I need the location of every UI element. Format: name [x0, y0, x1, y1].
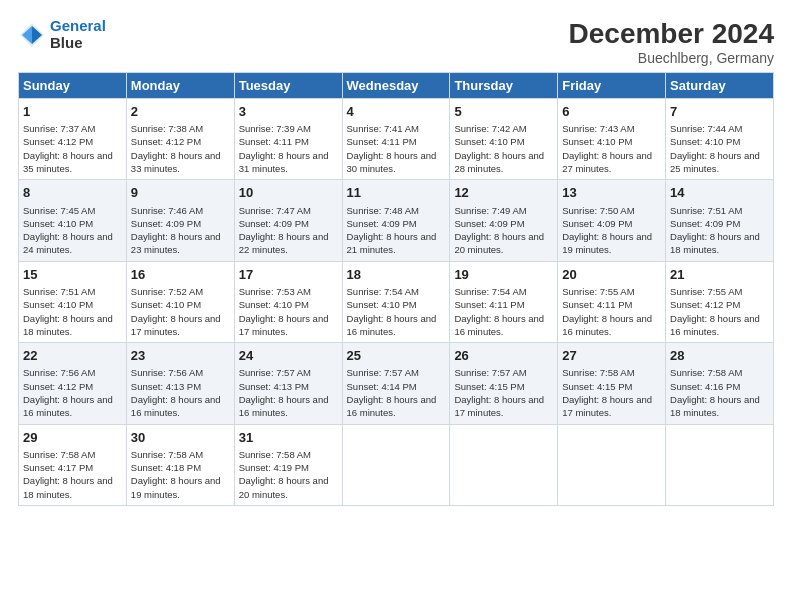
sunset-text: Sunset: 4:10 PM [23, 299, 93, 310]
day-number: 26 [454, 347, 553, 365]
sunrise-text: Sunrise: 7:56 AM [131, 367, 203, 378]
calendar-cell: 13Sunrise: 7:50 AMSunset: 4:09 PMDayligh… [558, 180, 666, 261]
calendar-cell: 30Sunrise: 7:58 AMSunset: 4:18 PMDayligh… [126, 424, 234, 505]
daylight-text: Daylight: 8 hours and 16 minutes. [131, 394, 221, 418]
daylight-text: Daylight: 8 hours and 27 minutes. [562, 150, 652, 174]
calendar-cell: 7Sunrise: 7:44 AMSunset: 4:10 PMDaylight… [666, 99, 774, 180]
daylight-text: Daylight: 8 hours and 18 minutes. [670, 394, 760, 418]
sunset-text: Sunset: 4:11 PM [454, 299, 524, 310]
sunset-text: Sunset: 4:14 PM [347, 381, 417, 392]
calendar-cell: 8Sunrise: 7:45 AMSunset: 4:10 PMDaylight… [19, 180, 127, 261]
sunset-text: Sunset: 4:10 PM [23, 218, 93, 229]
sunset-text: Sunset: 4:10 PM [347, 299, 417, 310]
logo: General Blue [18, 18, 106, 51]
week-row-1: 1Sunrise: 7:37 AMSunset: 4:12 PMDaylight… [19, 99, 774, 180]
sunset-text: Sunset: 4:17 PM [23, 462, 93, 473]
daylight-text: Daylight: 8 hours and 18 minutes. [670, 231, 760, 255]
daylight-text: Daylight: 8 hours and 18 minutes. [23, 475, 113, 499]
calendar-cell: 5Sunrise: 7:42 AMSunset: 4:10 PMDaylight… [450, 99, 558, 180]
sunrise-text: Sunrise: 7:56 AM [23, 367, 95, 378]
calendar-cell: 19Sunrise: 7:54 AMSunset: 4:11 PMDayligh… [450, 261, 558, 342]
sunset-text: Sunset: 4:12 PM [23, 381, 93, 392]
calendar-cell: 16Sunrise: 7:52 AMSunset: 4:10 PMDayligh… [126, 261, 234, 342]
sunrise-text: Sunrise: 7:39 AM [239, 123, 311, 134]
sunset-text: Sunset: 4:13 PM [131, 381, 201, 392]
sunrise-text: Sunrise: 7:41 AM [347, 123, 419, 134]
main-title: December 2024 [569, 18, 774, 50]
calendar-cell: 24Sunrise: 7:57 AMSunset: 4:13 PMDayligh… [234, 343, 342, 424]
day-number: 2 [131, 103, 230, 121]
sunset-text: Sunset: 4:09 PM [131, 218, 201, 229]
sunrise-text: Sunrise: 7:54 AM [347, 286, 419, 297]
daylight-text: Daylight: 8 hours and 30 minutes. [347, 150, 437, 174]
sunset-text: Sunset: 4:11 PM [239, 136, 309, 147]
calendar-cell [450, 424, 558, 505]
daylight-text: Daylight: 8 hours and 22 minutes. [239, 231, 329, 255]
daylight-text: Daylight: 8 hours and 31 minutes. [239, 150, 329, 174]
sunrise-text: Sunrise: 7:57 AM [347, 367, 419, 378]
sunset-text: Sunset: 4:12 PM [131, 136, 201, 147]
page-container: General Blue December 2024 Buechlberg, G… [0, 0, 792, 516]
sunrise-text: Sunrise: 7:46 AM [131, 205, 203, 216]
calendar-cell: 1Sunrise: 7:37 AMSunset: 4:12 PMDaylight… [19, 99, 127, 180]
sunset-text: Sunset: 4:12 PM [670, 299, 740, 310]
calendar-cell: 10Sunrise: 7:47 AMSunset: 4:09 PMDayligh… [234, 180, 342, 261]
daylight-text: Daylight: 8 hours and 19 minutes. [562, 231, 652, 255]
week-row-2: 8Sunrise: 7:45 AMSunset: 4:10 PMDaylight… [19, 180, 774, 261]
day-header-sunday: Sunday [19, 73, 127, 99]
sunrise-text: Sunrise: 7:43 AM [562, 123, 634, 134]
sunset-text: Sunset: 4:13 PM [239, 381, 309, 392]
sunrise-text: Sunrise: 7:51 AM [670, 205, 742, 216]
daylight-text: Daylight: 8 hours and 17 minutes. [562, 394, 652, 418]
logo-icon [18, 21, 46, 49]
sunrise-text: Sunrise: 7:58 AM [562, 367, 634, 378]
day-number: 19 [454, 266, 553, 284]
day-number: 20 [562, 266, 661, 284]
sunset-text: Sunset: 4:11 PM [347, 136, 417, 147]
daylight-text: Daylight: 8 hours and 20 minutes. [239, 475, 329, 499]
sunset-text: Sunset: 4:10 PM [131, 299, 201, 310]
daylight-text: Daylight: 8 hours and 24 minutes. [23, 231, 113, 255]
sunset-text: Sunset: 4:16 PM [670, 381, 740, 392]
sunrise-text: Sunrise: 7:51 AM [23, 286, 95, 297]
week-row-4: 22Sunrise: 7:56 AMSunset: 4:12 PMDayligh… [19, 343, 774, 424]
day-header-thursday: Thursday [450, 73, 558, 99]
day-number: 4 [347, 103, 446, 121]
calendar-cell: 27Sunrise: 7:58 AMSunset: 4:15 PMDayligh… [558, 343, 666, 424]
calendar-cell: 4Sunrise: 7:41 AMSunset: 4:11 PMDaylight… [342, 99, 450, 180]
sunset-text: Sunset: 4:12 PM [23, 136, 93, 147]
sunset-text: Sunset: 4:18 PM [131, 462, 201, 473]
sunset-text: Sunset: 4:15 PM [562, 381, 632, 392]
calendar-cell [666, 424, 774, 505]
day-number: 15 [23, 266, 122, 284]
day-number: 28 [670, 347, 769, 365]
calendar-cell: 21Sunrise: 7:55 AMSunset: 4:12 PMDayligh… [666, 261, 774, 342]
sunset-text: Sunset: 4:19 PM [239, 462, 309, 473]
calendar-table: SundayMondayTuesdayWednesdayThursdayFrid… [18, 72, 774, 506]
day-number: 27 [562, 347, 661, 365]
day-number: 21 [670, 266, 769, 284]
calendar-cell: 18Sunrise: 7:54 AMSunset: 4:10 PMDayligh… [342, 261, 450, 342]
daylight-text: Daylight: 8 hours and 20 minutes. [454, 231, 544, 255]
daylight-text: Daylight: 8 hours and 16 minutes. [562, 313, 652, 337]
calendar-cell [558, 424, 666, 505]
calendar-cell: 3Sunrise: 7:39 AMSunset: 4:11 PMDaylight… [234, 99, 342, 180]
calendar-cell: 25Sunrise: 7:57 AMSunset: 4:14 PMDayligh… [342, 343, 450, 424]
daylight-text: Daylight: 8 hours and 16 minutes. [347, 394, 437, 418]
daylight-text: Daylight: 8 hours and 23 minutes. [131, 231, 221, 255]
day-number: 24 [239, 347, 338, 365]
daylight-text: Daylight: 8 hours and 19 minutes. [131, 475, 221, 499]
day-number: 9 [131, 184, 230, 202]
daylight-text: Daylight: 8 hours and 25 minutes. [670, 150, 760, 174]
calendar-cell [342, 424, 450, 505]
calendar-cell: 12Sunrise: 7:49 AMSunset: 4:09 PMDayligh… [450, 180, 558, 261]
daylight-text: Daylight: 8 hours and 35 minutes. [23, 150, 113, 174]
day-number: 10 [239, 184, 338, 202]
calendar-cell: 6Sunrise: 7:43 AMSunset: 4:10 PMDaylight… [558, 99, 666, 180]
daylight-text: Daylight: 8 hours and 16 minutes. [23, 394, 113, 418]
day-number: 6 [562, 103, 661, 121]
subtitle: Buechlberg, Germany [569, 50, 774, 66]
sunrise-text: Sunrise: 7:58 AM [670, 367, 742, 378]
sunrise-text: Sunrise: 7:42 AM [454, 123, 526, 134]
sunset-text: Sunset: 4:09 PM [347, 218, 417, 229]
